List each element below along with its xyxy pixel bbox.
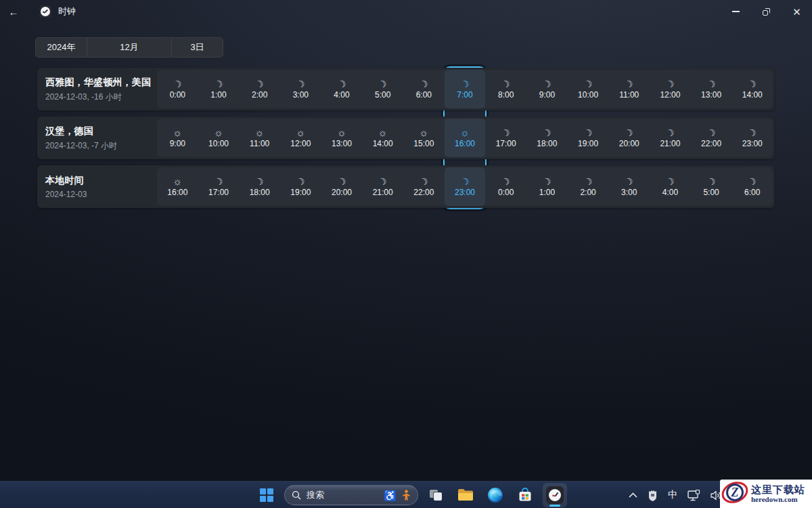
time-cell[interactable]: ☽10:00 (568, 70, 609, 108)
time-cell[interactable]: ☽8:00 (485, 70, 526, 108)
cell-time-label: 10:00 (578, 90, 598, 100)
city-date-offset: 2024-12-03, -7 小时 (45, 140, 117, 151)
time-cell[interactable]: ☼12:00 (280, 119, 321, 157)
time-cell[interactable]: ☼11:00 (239, 119, 280, 157)
time-cell[interactable]: ☽11:00 (608, 70, 650, 108)
moon-icon: ☽ (624, 127, 635, 138)
time-cell[interactable]: ☽1:00 (526, 167, 568, 206)
time-cell[interactable]: ☽12:00 (650, 70, 691, 108)
moon-icon: ☽ (501, 127, 512, 138)
active-app-indicator (549, 505, 560, 507)
time-cell[interactable]: ☽23:00 (731, 119, 773, 157)
cell-time-label: 12:00 (290, 139, 311, 148)
tray-security-button[interactable] (648, 490, 658, 501)
taskbar-search[interactable]: 搜索 ♿ (284, 485, 418, 505)
time-cell[interactable]: ☽3:00 (608, 167, 650, 206)
moon-icon: ☽ (172, 78, 183, 89)
tray-chevron-button[interactable] (629, 492, 637, 498)
cell-time-label: 16:00 (167, 188, 187, 197)
time-cell[interactable]: ☽6:00 (731, 167, 773, 206)
time-cell[interactable]: ☽17:00 (485, 119, 526, 157)
ime-language-indicator[interactable]: 中 (668, 489, 677, 501)
moon-icon: ☽ (624, 175, 635, 187)
time-cell[interactable]: ☽6:00 (403, 70, 445, 108)
cell-time-label: 5:00 (703, 188, 719, 197)
file-explorer-button[interactable] (453, 483, 478, 507)
titlebar: ← 时钟 ✕ (0, 0, 812, 23)
time-cell[interactable]: ☽4:00 (650, 167, 691, 206)
time-cell[interactable]: ☽5:00 (691, 167, 732, 206)
time-cell[interactable]: ☽7:00 (445, 70, 486, 108)
moon-icon: ☽ (747, 127, 758, 138)
time-cell[interactable]: ☽2:00 (239, 70, 280, 108)
time-cell[interactable]: ☽18:00 (239, 167, 280, 206)
time-cell[interactable]: ☼15:00 (403, 119, 445, 157)
row-label: 汉堡，德国2024-12-03, -7 小时 (45, 125, 117, 151)
cell-time-label: 9:00 (170, 139, 185, 148)
time-cell[interactable]: ☽5:00 (362, 70, 403, 108)
window-controls: ✕ (721, 0, 812, 23)
time-cell[interactable]: ☽4:00 (321, 70, 363, 108)
world-clock-rows: 西雅图，华盛顿州，美国2024-12-03, -16 小时☽0:00☽1:00☽… (37, 68, 775, 214)
edge-button[interactable] (483, 483, 508, 507)
taskbar: 搜索 ♿ (0, 481, 812, 508)
close-button[interactable]: ✕ (782, 0, 812, 23)
time-cell[interactable]: ☼16:00 (445, 119, 486, 157)
time-cell[interactable]: ☽14:00 (731, 70, 773, 108)
task-view-button[interactable] (424, 483, 448, 507)
security-shield-icon (648, 490, 658, 501)
time-cell[interactable]: ☽18:00 (526, 119, 568, 157)
back-button[interactable]: ← (0, 0, 27, 23)
time-cell[interactable]: ☼9:00 (157, 119, 198, 157)
time-cell[interactable]: ☽1:00 (198, 70, 240, 108)
row-label: 本地时间2024-12-03 (45, 175, 87, 199)
watermark-text: 这里下载站 heredown.com (751, 484, 805, 504)
cell-time-label: 10:00 (208, 139, 229, 148)
store-button[interactable] (513, 483, 537, 507)
time-cell[interactable]: ☽3:00 (280, 70, 321, 108)
cell-time-label: 6:00 (416, 90, 432, 100)
cell-time-label: 3:00 (293, 90, 309, 100)
cell-time-label: 18:00 (250, 188, 270, 197)
minimize-button[interactable] (721, 0, 751, 23)
time-cell[interactable]: ☽22:00 (403, 167, 445, 206)
time-cell[interactable]: ☽21:00 (362, 167, 403, 206)
time-cell[interactable]: ☽20:00 (608, 119, 650, 157)
time-cell[interactable]: ☽0:00 (157, 70, 198, 108)
search-placeholder: 搜索 (307, 489, 378, 501)
clock-row: 本地时间2024-12-03☼16:00☽17:00☽18:00☽19:00☽2… (37, 165, 775, 208)
moon-icon: ☽ (583, 175, 593, 187)
time-cell[interactable]: ☽20:00 (321, 167, 363, 206)
time-cell[interactable]: ☽19:00 (280, 167, 321, 206)
time-cell[interactable]: ☽2:00 (568, 167, 609, 206)
sun-icon: ☼ (214, 128, 223, 137)
time-cell[interactable]: ☽19:00 (568, 119, 609, 157)
month-select[interactable]: 12月 (87, 38, 171, 57)
start-button[interactable] (254, 483, 279, 507)
cell-time-label: 1:00 (539, 188, 555, 197)
time-cell[interactable]: ☽9:00 (526, 70, 568, 108)
tray-display-button[interactable] (687, 490, 700, 501)
time-cell[interactable]: ☼16:00 (157, 167, 198, 206)
restore-button[interactable] (751, 0, 782, 23)
time-cell[interactable]: ☽21:00 (650, 119, 691, 157)
watermark-letter: Z (731, 486, 739, 499)
time-cell[interactable]: ☼13:00 (321, 119, 363, 157)
time-cell[interactable]: ☽13:00 (691, 70, 732, 108)
edge-icon (487, 487, 503, 503)
time-cell[interactable]: ☽17:00 (198, 167, 240, 206)
time-cell[interactable]: ☽0:00 (485, 167, 526, 206)
time-cell[interactable]: ☽22:00 (691, 119, 732, 157)
moon-icon: ☽ (418, 175, 429, 187)
cell-time-label: 16:00 (455, 139, 475, 148)
clock-app-taskbar-button[interactable] (543, 483, 567, 507)
year-select[interactable]: 2024年 (36, 38, 87, 57)
moon-icon: ☽ (378, 175, 388, 187)
time-cell[interactable]: ☼14:00 (362, 119, 403, 157)
day-select[interactable]: 3日 (171, 38, 223, 57)
moon-icon: ☽ (336, 78, 347, 89)
moon-icon: ☽ (664, 127, 675, 138)
time-cell[interactable]: ☼10:00 (198, 119, 240, 157)
moon-icon: ☽ (541, 175, 552, 187)
time-cell[interactable]: ☽23:00 (445, 167, 486, 206)
